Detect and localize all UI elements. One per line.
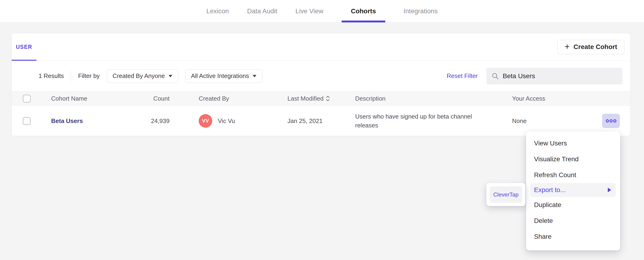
menu-item-delete[interactable]: Delete bbox=[526, 213, 620, 229]
table-header: Cohort Name Count Created By Last Modifi… bbox=[12, 91, 630, 106]
col-count: Count bbox=[146, 95, 170, 102]
top-nav: Lexicon Data Audit Live View Cohorts Int… bbox=[206, 0, 438, 22]
col-cohort-name: Cohort Name bbox=[51, 95, 146, 102]
creator-name: Vic Vu bbox=[218, 118, 235, 125]
nav-item-live-view[interactable]: Live View bbox=[296, 0, 323, 22]
created-by-dropdown[interactable]: Created By Anyone bbox=[107, 69, 178, 83]
card-tabs-row: USER + Create Cohort bbox=[12, 34, 630, 61]
description-value: Users who have signed up for beta channe… bbox=[355, 112, 476, 130]
menu-item-refresh-count[interactable]: Refresh Count bbox=[526, 167, 620, 183]
cohort-count: 24,939 bbox=[146, 118, 170, 125]
top-nav-bar: Lexicon Data Audit Live View Cohorts Int… bbox=[0, 0, 644, 23]
tab-user[interactable]: USER bbox=[12, 34, 36, 60]
created-by-dropdown-value: Created By Anyone bbox=[112, 72, 165, 80]
export-submenu: CleverTap bbox=[486, 183, 526, 206]
row-checkbox-cell bbox=[12, 117, 51, 125]
search-box[interactable] bbox=[486, 68, 622, 84]
select-all-checkbox[interactable] bbox=[23, 95, 30, 102]
search-input[interactable] bbox=[503, 72, 618, 80]
menu-item-view-users[interactable]: View Users bbox=[526, 135, 620, 151]
more-options-button[interactable] bbox=[602, 114, 620, 128]
menu-item-duplicate[interactable]: Duplicate bbox=[526, 197, 620, 213]
results-count: 1 Results bbox=[38, 72, 64, 80]
nav-item-lexicon[interactable]: Lexicon bbox=[206, 0, 229, 22]
access-value: None bbox=[512, 118, 602, 125]
row-checkbox[interactable] bbox=[23, 117, 30, 125]
ellipsis-icon bbox=[606, 119, 617, 122]
create-cohort-label: Create Cohort bbox=[574, 43, 617, 51]
reset-filter-link[interactable]: Reset Filter bbox=[447, 72, 478, 80]
header-checkbox-cell bbox=[12, 95, 51, 102]
col-description: Description bbox=[355, 95, 512, 102]
nav-item-integrations[interactable]: Integrations bbox=[404, 0, 438, 22]
avatar: VV bbox=[199, 114, 212, 128]
nav-item-cohorts[interactable]: Cohorts bbox=[342, 0, 385, 22]
submenu-arrow-icon bbox=[608, 188, 611, 192]
tab-user-label: USER bbox=[16, 44, 32, 50]
actions-cell bbox=[602, 114, 631, 128]
chevron-down-icon bbox=[253, 75, 256, 77]
filter-by-label: Filter by bbox=[78, 72, 100, 80]
menu-item-export-to-label: Export to... bbox=[534, 186, 566, 194]
sort-icon bbox=[326, 96, 330, 102]
cohorts-card: USER + Create Cohort 1 Results Filter by… bbox=[12, 33, 630, 136]
menu-item-share[interactable]: Share bbox=[526, 229, 620, 244]
filter-right-group: Reset Filter bbox=[447, 68, 622, 84]
chevron-down-icon bbox=[168, 75, 172, 77]
create-cohort-button[interactable]: + Create Cohort bbox=[557, 40, 624, 54]
col-last-modified-label: Last Modified bbox=[288, 95, 324, 102]
integrations-dropdown-value: All Active Integrations bbox=[191, 72, 249, 80]
filter-divider bbox=[71, 71, 71, 82]
created-by-cell: VV Vic Vu bbox=[199, 114, 288, 128]
plus-icon: + bbox=[564, 42, 570, 51]
integrations-dropdown[interactable]: All Active Integrations bbox=[185, 69, 262, 83]
menu-item-export-to[interactable]: Export to... bbox=[530, 183, 616, 197]
nav-item-data-audit[interactable]: Data Audit bbox=[247, 0, 277, 22]
col-created-by: Created By bbox=[199, 95, 288, 102]
filter-bar: 1 Results Filter by Created By Anyone Al… bbox=[12, 61, 630, 91]
col-last-modified[interactable]: Last Modified bbox=[288, 95, 355, 102]
last-modified-value: Jan 25, 2021 bbox=[288, 118, 355, 125]
submenu-item-clevertap[interactable]: CleverTap bbox=[490, 186, 522, 203]
cohort-name-link[interactable]: Beta Users bbox=[51, 118, 146, 125]
col-your-access: Your Access bbox=[512, 95, 602, 102]
search-icon bbox=[492, 72, 499, 80]
menu-item-visualize-trend[interactable]: Visualize Trend bbox=[526, 151, 620, 167]
cohort-context-menu: View Users Visualize Trend Refresh Count… bbox=[526, 132, 620, 250]
